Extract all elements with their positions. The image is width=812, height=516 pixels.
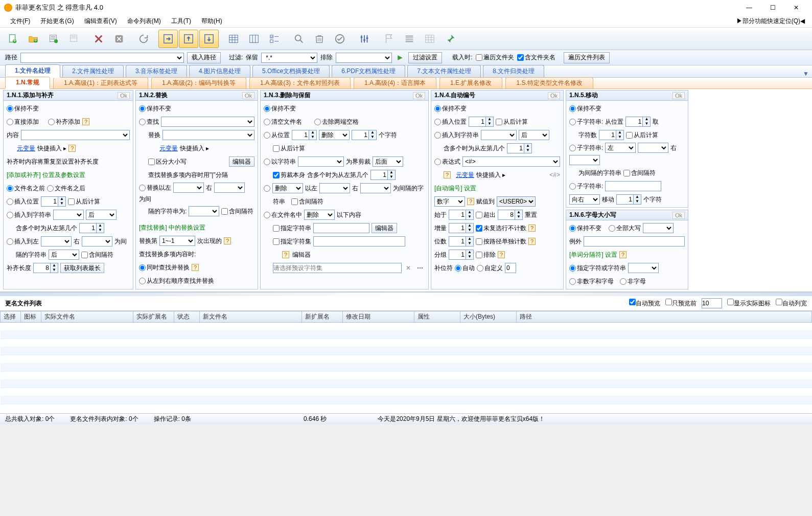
menu-edit-view[interactable]: 编辑查看(V) xyxy=(79,17,122,26)
p6-keep[interactable]: 保持不变 xyxy=(569,224,601,233)
p1-direct-add[interactable]: 直接添加 xyxy=(7,118,39,126)
preview-count-input[interactable] xyxy=(702,298,722,308)
file-grid[interactable]: 选择 图标 实际文件名 实际扩展名 状态 新文件名 新扩展名 修改日期 属性 大… xyxy=(0,311,812,413)
quick-locate[interactable]: ▶部分功能快速定位(Q)◀ xyxy=(734,17,807,26)
tab-image[interactable]: 4.图片信息处理 xyxy=(189,65,250,77)
clear-icon[interactable]: ✕ xyxy=(404,264,413,272)
subtab-adv1[interactable]: 1.A.高级(1)：正则表达式等 xyxy=(53,77,148,88)
exclude-combo[interactable] xyxy=(336,53,392,63)
p3-inc-sep[interactable]: 含间隔符 xyxy=(291,197,323,206)
close-button[interactable]: ✕ xyxy=(784,0,808,15)
p2-replace-combo[interactable] xyxy=(163,130,254,140)
p4-type[interactable]: 数字 xyxy=(434,196,465,207)
p1-insert-to-left[interactable]: 插入到左 xyxy=(7,237,39,246)
tab-categorize[interactable]: 8.文件归类处理 xyxy=(483,65,544,77)
subtab-ext[interactable]: 1.E.扩展名修改 xyxy=(439,77,502,88)
p3-editor[interactable]: 编辑器 xyxy=(372,223,397,233)
p3-from-end[interactable]: 从后计算 xyxy=(273,144,305,153)
p1-include-sep[interactable]: 含间隔符 xyxy=(81,251,113,259)
p5-ok[interactable]: Ok xyxy=(672,92,685,99)
list-add-icon[interactable] xyxy=(44,30,63,48)
p3-in-filename[interactable]: 在文件名中 xyxy=(264,211,302,219)
panels-scrollbar[interactable] xyxy=(0,292,812,296)
p2-find[interactable]: 查找 xyxy=(139,118,159,126)
help-icon[interactable]: ? xyxy=(528,238,536,245)
p1-after-name[interactable]: 文件名之后 xyxy=(47,184,85,193)
p4-auto[interactable]: 自动 xyxy=(455,264,475,273)
col-newext[interactable]: 新扩展名 xyxy=(302,311,343,323)
p5-substr2[interactable]: 子字符串: xyxy=(569,144,603,152)
menu-command-list[interactable]: 命令列表(M) xyxy=(122,17,166,26)
tab-text[interactable]: 7.文本文件属性处理 xyxy=(407,65,481,77)
p4-assign-combo[interactable]: <USER0> xyxy=(497,196,536,207)
p4-skip[interactable]: 未复选行不计数 xyxy=(476,224,526,233)
p4-expression[interactable]: 表达式 xyxy=(434,158,460,166)
auto-colwidth-check[interactable]: 自动列宽 xyxy=(776,299,807,308)
p4-exceed[interactable]: 超出 xyxy=(476,211,496,219)
p2-case[interactable]: 区分大小写 xyxy=(148,158,187,166)
minimize-button[interactable]: — xyxy=(737,0,761,15)
help-icon[interactable]: ? xyxy=(619,251,627,258)
p4-insert-pos[interactable]: 插入位置 xyxy=(434,118,467,126)
p3-trim-self[interactable]: 剪裁本身 xyxy=(273,171,305,180)
p2-simul[interactable]: 同时查找并替换 xyxy=(139,263,190,272)
trash-icon[interactable] xyxy=(310,30,329,48)
pin-icon[interactable] xyxy=(440,30,460,48)
p1-get-longest[interactable]: 获取列表最长 xyxy=(60,263,104,273)
p4-perpath[interactable]: 按路径单独计数 xyxy=(476,237,526,246)
maximize-button[interactable]: ☐ xyxy=(761,0,784,15)
col-realext[interactable]: 实际扩展名 xyxy=(133,311,174,323)
subtab-adv4[interactable]: 1.A.高级(4)：语言脚本 xyxy=(354,77,436,88)
p1-pad-add[interactable]: 补齐添加 xyxy=(48,118,80,126)
more-icon[interactable]: ⋯ xyxy=(415,264,425,272)
p6-non-alpha[interactable]: 非字母 xyxy=(620,277,646,286)
help-icon[interactable]: ? xyxy=(192,264,199,271)
show-icon-check[interactable]: 显示实际图标 xyxy=(727,299,771,308)
help-icon[interactable]: ? xyxy=(528,225,536,232)
col-realname[interactable]: 实际文件名 xyxy=(41,311,133,323)
col-path[interactable]: 路径 xyxy=(517,311,812,323)
tab-office[interactable]: 5.Office文档摘要处理 xyxy=(252,65,330,77)
arrow-right-box-icon[interactable] xyxy=(158,30,178,48)
play-icon[interactable] xyxy=(395,53,405,63)
col-icon[interactable]: 图标 xyxy=(21,311,41,323)
p6-upper[interactable]: 全部大写 xyxy=(609,224,641,233)
check-circle-icon[interactable] xyxy=(330,30,350,48)
grid-full-icon[interactable] xyxy=(224,30,243,48)
traverse-folders-check[interactable]: 遍历文件夹 xyxy=(476,53,514,62)
p2-keep[interactable]: 保持不变 xyxy=(139,104,171,113)
search-icon[interactable] xyxy=(289,30,309,48)
refresh-icon[interactable] xyxy=(134,30,153,48)
p1-sep-combo[interactable]: 后 xyxy=(49,250,79,260)
menu-tools[interactable]: 工具(T) xyxy=(166,17,196,26)
p5-keep[interactable]: 保持不变 xyxy=(569,104,601,113)
p6-non-alnum[interactable]: 非数字和字母 xyxy=(569,277,614,286)
p2-meta-link[interactable]: 元变量 xyxy=(159,144,178,153)
p4-insert-to-str[interactable]: 插入到字符串 xyxy=(434,131,479,140)
p5-substr1[interactable]: 子字符串: xyxy=(569,118,603,126)
p3-ok[interactable]: Ok xyxy=(413,92,425,99)
arrow-up-box-icon[interactable] xyxy=(179,30,198,48)
filter-settings-button[interactable]: 过滤设置 xyxy=(408,52,442,63)
delete-x-icon[interactable] xyxy=(89,30,108,48)
include-folder-names-check[interactable]: 含文件夹名 xyxy=(517,53,555,62)
col-select[interactable]: 选择 xyxy=(1,311,21,323)
menu-help[interactable]: 帮助(H) xyxy=(196,17,227,26)
p5-substr3[interactable]: 子字符串: xyxy=(569,182,603,191)
tab-pdf[interactable]: 6.PDF文档属性处理 xyxy=(332,65,405,77)
p6-ok[interactable]: Ok xyxy=(672,212,685,219)
p3-trim[interactable]: 去除两端空格 xyxy=(314,118,359,126)
path-combo[interactable] xyxy=(20,53,184,63)
subtab-special[interactable]: 1.S.特定类型文件名修改 xyxy=(505,77,593,88)
grid-small-icon[interactable] xyxy=(420,30,439,48)
open-folder-icon[interactable]: + xyxy=(24,30,43,48)
checklist-icon[interactable] xyxy=(265,30,284,48)
p1-from-end[interactable]: 从后计算 xyxy=(68,197,100,206)
col-size[interactable]: 大小(Bytes) xyxy=(460,311,517,323)
p1-before-name[interactable]: 文件名之前 xyxy=(7,184,45,193)
p2-editor[interactable]: 编辑器 xyxy=(229,156,254,167)
p1-right-combo[interactable] xyxy=(82,236,112,246)
tabs-dropdown-icon[interactable]: ▼ xyxy=(800,70,812,77)
p3-from-pos[interactable]: 从位置 xyxy=(264,131,290,140)
subtab-normal[interactable]: 1.N.常规 xyxy=(5,77,50,89)
